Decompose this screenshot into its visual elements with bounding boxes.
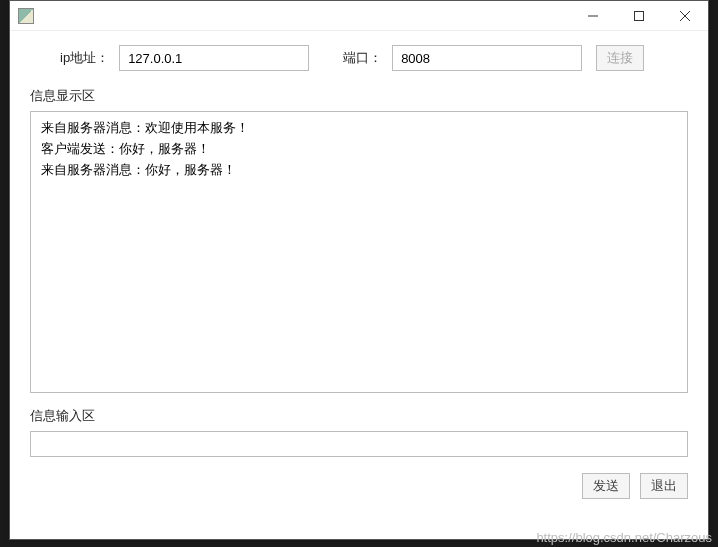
display-area-label: 信息显示区 [30,87,688,105]
minimize-button[interactable] [570,1,616,31]
input-area-label: 信息输入区 [30,407,688,425]
action-row: 发送 退出 [30,473,688,499]
send-button[interactable]: 发送 [582,473,630,499]
content-area: ip地址： 端口： 连接 信息显示区 来自服务器消息：欢迎使用本服务！ 客户端发… [10,31,708,509]
titlebar [10,1,708,31]
port-input[interactable] [392,45,582,71]
app-window: ip地址： 端口： 连接 信息显示区 来自服务器消息：欢迎使用本服务！ 客户端发… [9,0,709,540]
window-controls [570,1,708,31]
connection-row: ip地址： 端口： 连接 [30,45,688,71]
message-display-area[interactable]: 来自服务器消息：欢迎使用本服务！ 客户端发送：你好，服务器！ 来自服务器消息：你… [30,111,688,393]
exit-button[interactable]: 退出 [640,473,688,499]
maximize-button[interactable] [616,1,662,31]
close-button[interactable] [662,1,708,31]
port-label: 端口： [343,49,382,67]
svg-rect-1 [635,11,644,20]
app-icon [18,8,34,24]
ip-input[interactable] [119,45,309,71]
ip-label: ip地址： [60,49,109,67]
message-input[interactable] [30,431,688,457]
connect-button[interactable]: 连接 [596,45,644,71]
